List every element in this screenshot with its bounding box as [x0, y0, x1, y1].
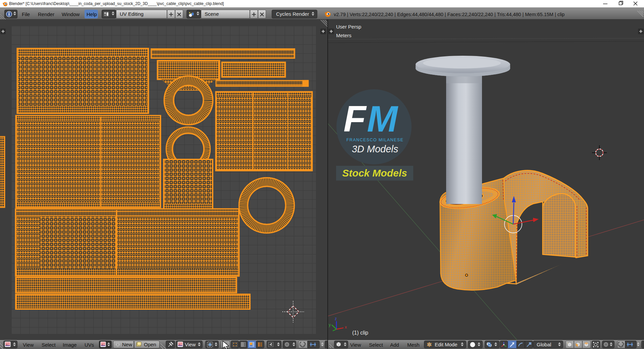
svg-text:y: y [329, 322, 331, 327]
svg-text:(1) clip: (1) clip [352, 330, 368, 336]
svg-text:x: x [345, 325, 347, 330]
svg-text:User Persp: User Persp [336, 24, 361, 30]
svg-text:Stock Models: Stock Models [342, 167, 407, 179]
svg-text:3D Models: 3D Models [352, 144, 398, 154]
svg-text:M: M [367, 98, 398, 139]
svg-text:FRANCESCO MILANESE: FRANCESCO MILANESE [346, 138, 404, 142]
svg-text:F: F [343, 98, 367, 139]
svg-text:z: z [335, 316, 337, 321]
svg-text:Meters: Meters [336, 33, 352, 38]
